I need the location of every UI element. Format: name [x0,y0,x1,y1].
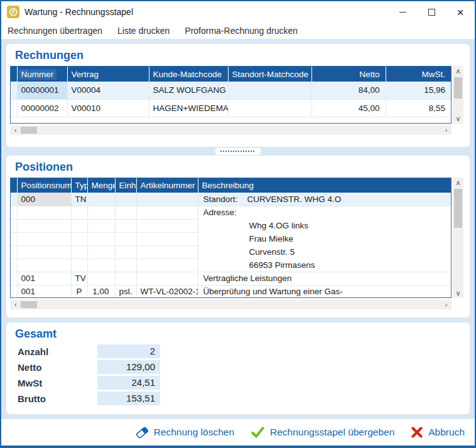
cell-beschreibung[interactable]: Frau Mielke [198,232,451,245]
cell-beschreibung[interactable]: Standort:CURVENSTR. WHG 4.O [198,193,451,206]
cell-typ[interactable] [71,245,87,259]
position-row-addr-line[interactable]: 66953 Pirmasens [11,259,451,272]
cell-typ[interactable]: TN [71,193,87,206]
cell-kunde[interactable]: HAGEN+WIEDEMANN [149,99,228,117]
cell-pos[interactable] [17,259,71,272]
col-header-beschreibung[interactable]: Beschreibung [198,178,451,193]
scroll-down-icon[interactable]: ∨ [453,114,463,124]
cell-artikel[interactable] [136,219,198,232]
scroll-left-icon[interactable]: ‹ [10,300,21,309]
invoice-row-1[interactable]: 00000001 V00004 SALZ WOLFGANG 84,00 15,9… [11,82,451,99]
col-header-vertrag[interactable]: Vertrag [67,67,149,82]
cell-beschreibung[interactable]: Überprüfung und Wartung einer Gas- [198,285,451,298]
cell-einh[interactable] [115,206,136,219]
position-row-vertragliche-leistungen[interactable]: 001 TV Vertragliche Leistungen [11,272,451,285]
row-indicator[interactable] [11,245,17,259]
menu-item-rechnungen-uebertragen[interactable]: Rechnungen übertragen [8,26,102,36]
cell-beschreibung[interactable]: Adresse: [198,206,451,219]
cell-menge[interactable] [87,219,115,232]
cell-pos[interactable] [17,232,71,245]
maximize-button[interactable] [417,1,446,23]
cell-netto[interactable]: 45,00 [311,99,386,117]
position-row-addr-line[interactable]: Curvenstr. 5 [11,245,451,259]
col-header-kunde-matchcode[interactable]: Kunde-Matchcode [149,67,228,82]
scrollbar-thumb[interactable] [454,77,462,99]
cell-pos[interactable] [17,219,71,232]
close-button[interactable]: × [446,1,475,23]
cell-beschreibung[interactable]: Curvenstr. 5 [198,245,451,259]
positions-horizontal-scrollbar[interactable]: ‹ › [10,300,452,309]
row-indicator[interactable] [11,272,17,285]
cell-artikel[interactable] [136,245,198,259]
cell-artikel[interactable] [136,232,198,245]
position-row-wartung[interactable]: 001 P 1,00 psl. WT-VL-02002-120 Überprüf… [11,285,451,298]
cell-pos[interactable]: 000 [17,193,71,206]
col-header-mwst[interactable]: MwSt. [386,67,451,82]
scroll-up-icon[interactable]: ∧ [453,66,463,76]
cell-artikel[interactable] [136,206,198,219]
scroll-right-icon[interactable]: › [441,300,452,309]
cell-artikel[interactable] [136,193,198,206]
cell-menge[interactable] [87,272,115,285]
col-header-nummer[interactable]: Nummer [17,67,67,82]
cell-beschreibung[interactable]: Whg 4.OG links [198,219,451,232]
col-header-menge[interactable]: Menge [87,178,115,193]
cell-pos[interactable] [17,206,71,219]
cell-menge[interactable] [87,193,115,206]
cell-einh[interactable] [115,245,136,259]
submit-batch-button[interactable]: Rechnungsstapel übergeben [251,426,394,439]
col-header-standort-matchcode[interactable]: Standort-Matchcode [228,67,311,82]
cell-typ[interactable]: TV [71,272,87,285]
position-row-standort[interactable]: 000 TN Standort:CURVENSTR. WHG 4.O [11,193,451,206]
invoice-row-2[interactable]: 00000002 V00010 HAGEN+WIEDEMANN 45,00 8,… [11,99,451,117]
splitter-handle[interactable] [215,148,261,155]
position-row-adresse[interactable]: Adresse: [11,206,451,219]
cell-einh[interactable] [115,232,136,245]
cell-standort[interactable] [228,82,311,99]
row-indicator[interactable] [11,219,17,232]
cell-einh[interactable] [115,219,136,232]
cell-mwst[interactable]: 8,55 [386,99,451,117]
col-header-typ[interactable]: Typ [71,178,87,193]
cell-beschreibung[interactable]: Vertragliche Leistungen [198,272,451,285]
scroll-up-icon[interactable]: ∧ [453,178,463,188]
cell-menge[interactable] [87,232,115,245]
scroll-left-icon[interactable]: ‹ [10,125,21,135]
cell-menge[interactable]: 1,00 [87,285,115,298]
row-indicator[interactable] [11,232,17,245]
scroll-down-icon[interactable]: ∨ [453,288,463,298]
cell-typ[interactable] [71,206,87,219]
cell-beschreibung[interactable]: 66953 Pirmasens [198,259,451,272]
minimize-button[interactable] [388,1,417,23]
delete-invoice-button[interactable]: Rechnung löschen [135,425,234,439]
cancel-button[interactable]: Abbruch [411,426,465,439]
cell-einh[interactable] [115,193,136,206]
row-indicator[interactable] [11,99,17,117]
cell-menge[interactable] [87,206,115,219]
cell-typ[interactable] [71,259,87,272]
cell-artikel[interactable] [136,272,198,285]
cell-einh[interactable] [115,259,136,272]
cell-pos[interactable]: 001 [17,285,71,298]
cell-mwst[interactable]: 15,96 [386,82,451,99]
cell-nummer[interactable]: 00000001 [17,82,67,99]
cell-menge[interactable] [87,245,115,259]
cell-nummer[interactable]: 00000002 [17,99,67,117]
col-header-einh[interactable]: Einh. [115,178,136,193]
cell-menge[interactable] [87,259,115,272]
cell-typ[interactable] [71,219,87,232]
cell-pos[interactable] [17,245,71,259]
row-indicator[interactable] [11,193,17,206]
section-splitter[interactable] [6,147,470,156]
invoices-horizontal-scrollbar[interactable]: ‹ › [10,125,452,135]
cell-standort[interactable] [228,99,311,117]
row-indicator[interactable] [11,285,17,298]
scrollbar-thumb[interactable] [21,127,37,134]
scrollbar-thumb[interactable] [21,301,37,308]
menu-item-liste-drucken[interactable]: Liste drucken [117,26,170,36]
menu-item-proforma-drucken[interactable]: Proforma-Rechnung drucken [185,26,298,36]
cell-typ[interactable] [71,232,87,245]
positions-vertical-scrollbar[interactable]: ∧ ∨ [453,178,463,298]
scrollbar-thumb[interactable] [454,189,462,228]
cell-einh[interactable]: psl. [115,285,136,298]
